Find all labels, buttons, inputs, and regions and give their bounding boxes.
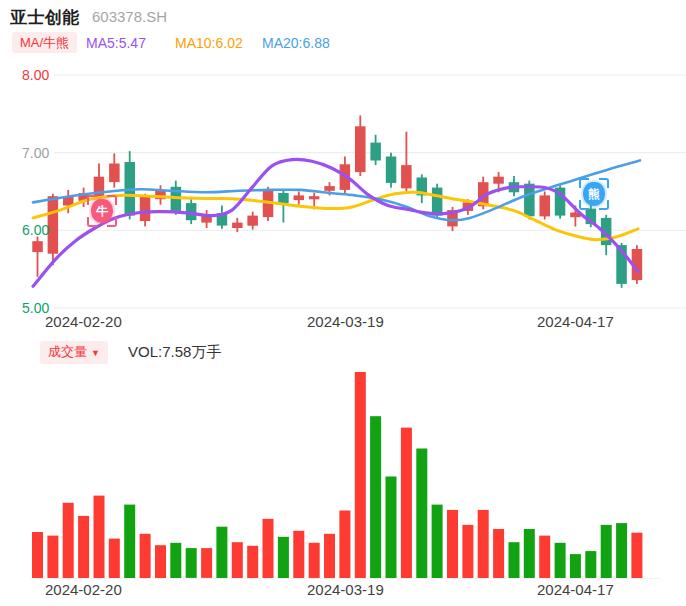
bull-icon: 牛 <box>91 199 113 223</box>
bear-signal-badge[interactable]: 熊 <box>579 178 609 210</box>
price-axis-label: 8.00 <box>22 67 49 83</box>
dropdown-arrow-icon: ▼ <box>91 348 100 358</box>
bear-icon: 熊 <box>583 182 605 206</box>
volume-indicator-dropdown[interactable]: 成交量▼ <box>40 341 108 364</box>
date-axis-label: 2024-02-20 <box>45 581 122 598</box>
date-axis-label: 2024-02-20 <box>45 313 122 330</box>
date-axis-label: 2024-04-17 <box>537 313 614 330</box>
date-axis-label: 2024-03-19 <box>307 313 384 330</box>
price-axis-label: 6.00 <box>22 222 49 238</box>
date-axis-label: 2024-03-19 <box>307 581 384 598</box>
stock-kline-app: 亚士创能 603378.SH MA/牛熊 MA5:5.47 MA10:6.02 … <box>0 0 686 606</box>
date-axis-label: 2024-04-17 <box>537 581 614 598</box>
volume-label: 成交量 <box>48 344 87 359</box>
price-axis-label: 7.00 <box>22 145 49 161</box>
kline-chart-canvas[interactable] <box>0 0 686 606</box>
bull-signal-badge[interactable]: 牛 <box>87 195 117 227</box>
volume-readout: VOL:7.58万手 <box>128 343 221 362</box>
